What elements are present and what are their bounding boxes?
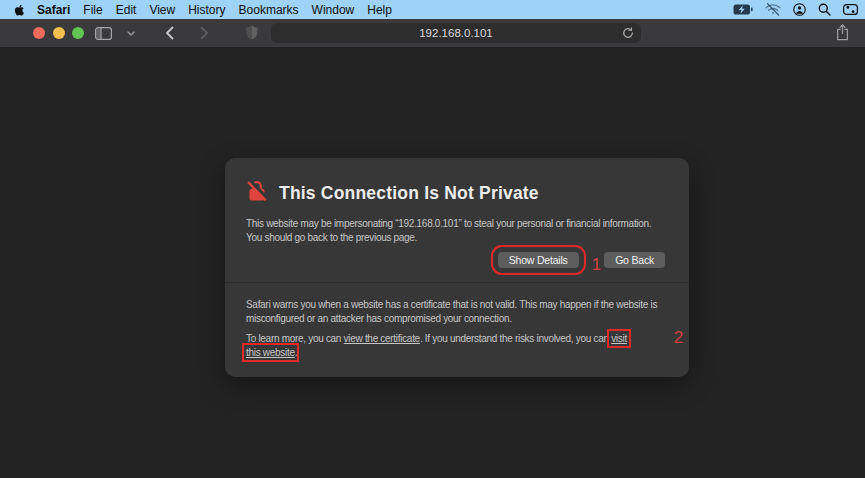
menu-item-bookmarks[interactable]: Bookmarks [239, 3, 299, 17]
this-website-link[interactable]: this website [246, 347, 295, 358]
share-icon[interactable] [836, 24, 849, 41]
certificate-info-text: Safari warns you when a website has a ce… [246, 298, 658, 326]
menu-bar-status-area [733, 0, 858, 19]
dialog-title-row: This Connection Is Not Private [246, 179, 689, 207]
back-button-icon[interactable] [165, 26, 174, 40]
visit-link[interactable]: visit [611, 333, 627, 344]
warning-dialog-top-section: This Connection Is Not Private This webs… [225, 158, 689, 283]
apple-menu-icon[interactable] [13, 3, 25, 17]
user-icon[interactable] [793, 3, 806, 16]
insecure-lock-icon [246, 179, 268, 207]
warning-dialog: This Connection Is Not Private This webs… [225, 158, 689, 377]
annotation-step-1: 1 [592, 256, 601, 273]
sidebar-toggle-icon[interactable] [95, 27, 112, 40]
privacy-shield-icon[interactable] [246, 25, 258, 40]
dialog-buttons: Show Details 1 Go Back [498, 252, 665, 273]
show-details-button[interactable]: Show Details [498, 252, 579, 268]
dialog-title: This Connection Is Not Private [279, 183, 539, 204]
menu-item-help[interactable]: Help [367, 3, 392, 17]
learn-more-part2: . If you understand the risks involved, … [420, 333, 611, 344]
search-icon[interactable] [818, 3, 831, 16]
learn-more-text: To learn more, you can view the certific… [246, 332, 686, 360]
minimize-window-button[interactable] [53, 27, 65, 39]
menu-item-safari[interactable]: Safari [37, 3, 70, 17]
address-bar[interactable]: 192.168.0.101 [271, 23, 641, 43]
warning-text: This website may be impersonating “192.1… [246, 217, 658, 245]
learn-more-part1: To learn more, you can [246, 333, 344, 344]
warning-dialog-bottom-section: Safari warns you when a website has a ce… [225, 283, 689, 360]
menu-item-view[interactable]: View [149, 3, 175, 17]
desktop-screen: Safari File Edit View History Bookmarks … [0, 0, 865, 478]
wifi-off-icon[interactable] [765, 3, 781, 16]
zoom-window-button[interactable] [72, 27, 84, 39]
go-back-button[interactable]: Go Back [604, 252, 665, 268]
menu-item-window[interactable]: Window [312, 3, 355, 17]
reload-icon[interactable] [622, 27, 634, 39]
learn-more-part3: . [295, 347, 297, 358]
annotation-step-2: 2 [674, 329, 683, 346]
menu-bar: Safari File Edit View History Bookmarks … [0, 0, 865, 19]
close-window-button[interactable] [33, 27, 45, 39]
view-certificate-link[interactable]: view the certificate [344, 333, 420, 344]
menu-item-file[interactable]: File [83, 3, 102, 17]
browser-toolbar: 192.168.0.101 [0, 19, 865, 47]
menu-item-edit[interactable]: Edit [116, 3, 137, 17]
control-center-icon[interactable] [843, 4, 858, 15]
forward-button-icon[interactable] [200, 26, 209, 40]
chevron-down-icon[interactable] [127, 31, 135, 36]
address-bar-url: 192.168.0.101 [419, 27, 493, 39]
battery-charging-icon[interactable] [733, 4, 753, 15]
menu-item-history[interactable]: History [188, 3, 225, 17]
